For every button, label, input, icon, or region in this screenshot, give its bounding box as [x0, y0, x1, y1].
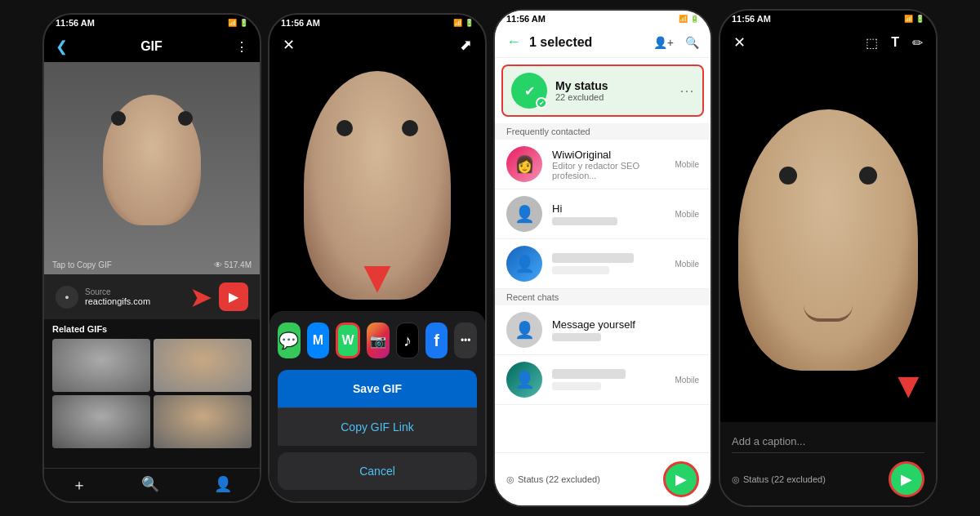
phone3-title: 1 selected: [529, 35, 592, 50]
contact-name-hi: Hi: [552, 202, 675, 215]
recent-chats-label: Recent chats: [495, 289, 710, 305]
related-thumb-3[interactable]: [52, 395, 150, 448]
back-button[interactable]: ❮: [56, 38, 68, 56]
related-thumb-1[interactable]: [52, 339, 150, 392]
phone2-status-bar: 11:56 AM 📶 🔋: [270, 15, 485, 31]
save-gif-button[interactable]: Save GIF: [278, 370, 477, 407]
related-section: Related GIFs: [44, 319, 260, 468]
contact-avatar-r2: 👤: [506, 362, 542, 398]
status-circle-icon: ◎: [506, 474, 514, 485]
phone4-crop-icon[interactable]: ⬚: [866, 35, 878, 51]
contact-name-b1: [552, 253, 634, 263]
contact-type-b1: Mobile: [675, 260, 699, 269]
phone3-time: 11:56 AM: [506, 14, 546, 24]
contact-info-b1: [552, 253, 675, 274]
contact-avatar-hi: 👤: [506, 196, 542, 232]
phone1-time: 11:56 AM: [56, 18, 95, 28]
eyes: [111, 111, 193, 126]
contact-sub-self: [552, 333, 601, 341]
phone4-time: 11:56 AM: [732, 14, 771, 24]
contact-type-wiwi: Mobile: [675, 160, 699, 169]
app-messages[interactable]: 💬: [278, 322, 301, 358]
phone3-status-bar: 11:56 AM 📶 🔋: [495, 11, 710, 27]
search-icon[interactable]: 🔍: [141, 475, 159, 495]
phone2-share-icon[interactable]: ⬈: [460, 36, 472, 54]
add-icon[interactable]: ＋: [72, 475, 87, 495]
phone1-status-icons: 📶 🔋: [228, 19, 248, 27]
share-button[interactable]: ▶: [219, 282, 248, 311]
phone4-close-button[interactable]: ✕: [733, 33, 746, 51]
phone4-footer-status: ◎ Status (22 excluded): [732, 474, 826, 485]
contact-avatar-wiwi: 👩: [506, 146, 542, 182]
frequently-contacted-label: Frequently contacted: [495, 123, 710, 140]
app-messenger[interactable]: M: [307, 322, 330, 358]
copy-link-label: Copy GIF Link: [341, 420, 413, 434]
app-more[interactable]: •••: [454, 322, 477, 358]
related-thumb-2[interactable]: [154, 339, 252, 392]
related-grid: [52, 339, 252, 448]
phone-2: 11:56 AM 📶 🔋 ✕ ⬈ ▼: [268, 13, 487, 503]
app-instagram[interactable]: 📷: [367, 322, 390, 358]
contact-self[interactable]: 👤 Message yourself: [495, 305, 710, 355]
profile-icon[interactable]: 👤: [214, 475, 232, 495]
phone3-search-icon[interactable]: 🔍: [685, 36, 699, 49]
contact-info-hi: Hi: [552, 202, 675, 225]
phone4-face-eyes: [779, 167, 877, 185]
phone4-media-area: ▼: [720, 58, 936, 422]
caption-input[interactable]: Add a caption...: [732, 430, 924, 453]
app-tiktok[interactable]: ♪: [396, 322, 419, 358]
gif-header: ❮ GIF ⋮: [44, 31, 260, 62]
contact-avatar-self: 👤: [506, 312, 542, 348]
phone4-status-circle-icon: ◎: [732, 474, 740, 485]
more-button[interactable]: ⋮: [235, 39, 248, 55]
my-status-excluded: 22 excluded: [555, 92, 608, 102]
phone-4: 11:56 AM 📶 🔋 ✕ ⬚ T ✏: [719, 9, 938, 507]
tap-copy-gif: Tap to Copy GIF: [52, 260, 112, 269]
contact-info-self: Message yourself: [552, 318, 699, 341]
phone1-bottom-nav: ＋ 🔍 👤: [44, 468, 260, 501]
contact-type-hi: Mobile: [675, 210, 699, 219]
save-gif-label: Save GIF: [353, 382, 402, 395]
phone4-header: ✕ ⬚ T ✏: [720, 27, 936, 58]
phone4-footer-status-text: Status (22 excluded): [743, 474, 826, 484]
copy-gif-link-button[interactable]: Copy GIF Link: [278, 407, 477, 446]
phone4-send-button[interactable]: ▶: [889, 461, 924, 497]
contact-sub-b1: [552, 266, 609, 274]
related-gifs-label: Related GIFs: [52, 324, 252, 334]
my-status-item[interactable]: ✔ ✔ My status 22 excluded ⋯: [501, 64, 704, 117]
phone2-time: 11:56 AM: [281, 18, 320, 28]
phone3-send-button[interactable]: ▶: [663, 461, 699, 497]
phone4-red-down-arrow: ▼: [890, 365, 926, 406]
contact-hi[interactable]: 👤 Hi Mobile: [495, 189, 710, 239]
phone4-face: [738, 109, 918, 371]
contact-sub-r2: [552, 382, 601, 390]
contact-name-r2: [552, 369, 626, 379]
phone-1: 11:56 AM 📶 🔋 ❮ GIF ⋮ Tap to Copy GIF 👁 5…: [42, 13, 261, 503]
phone2-close-button[interactable]: ✕: [283, 36, 295, 54]
contact-blurred-1[interactable]: 👤 Mobile: [495, 239, 710, 289]
gif-main-area: Tap to Copy GIF 👁 517.4M: [44, 62, 260, 274]
phone4-pen-icon[interactable]: ✏: [912, 35, 923, 51]
app-facebook[interactable]: f: [425, 322, 448, 358]
phone3-footer: ◎ Status (22 excluded) ▶: [495, 452, 710, 505]
phone3-header-right: 👤+ 🔍: [653, 36, 699, 49]
views-count: 👁 517.4M: [214, 260, 252, 269]
app-whatsapp[interactable]: W: [336, 322, 360, 358]
face-eyes: [336, 120, 418, 136]
add-contact-icon[interactable]: 👤+: [653, 36, 674, 49]
phone4-caption-footer: Add a caption... ◎ Status (22 excluded) …: [720, 422, 936, 505]
red-down-arrow: ▼: [354, 250, 399, 303]
source-left: ● Source reactiongifs.com: [56, 286, 150, 309]
my-status-more-icon[interactable]: ⋯: [679, 82, 694, 100]
contact-wiwi[interactable]: 👩 WiwiOriginal Editor y redactor SEO pro…: [495, 140, 710, 189]
cancel-button[interactable]: Cancel: [278, 452, 477, 490]
phone4-text-icon[interactable]: T: [891, 35, 899, 51]
caption-status-row: ◎ Status (22 excluded) ▶: [732, 461, 924, 497]
my-status-name: My status: [555, 79, 608, 92]
contact-recent-2[interactable]: 👤 Mobile: [495, 355, 710, 405]
my-status-avatar: ✔ ✔: [511, 73, 547, 109]
source-logo: ●: [56, 286, 78, 309]
source-label: Source: [85, 287, 150, 296]
related-thumb-4[interactable]: [154, 395, 252, 448]
phone3-back-button[interactable]: ←: [506, 33, 521, 51]
